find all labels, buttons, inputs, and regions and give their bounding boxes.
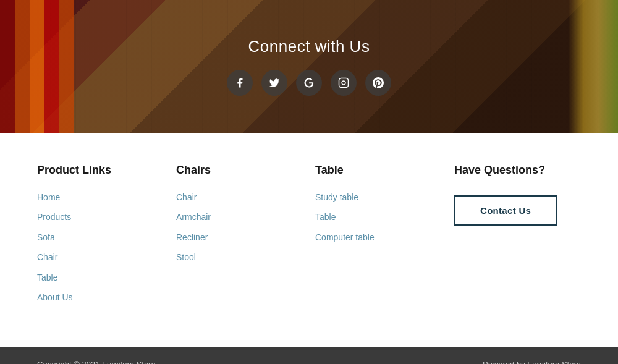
facebook-icon[interactable] <box>227 70 253 96</box>
table-list: Study table Table Computer table <box>315 190 442 244</box>
recliner-link[interactable]: Recliner <box>176 232 208 242</box>
chairs-title: Chairs <box>176 164 303 177</box>
questions-column: Have Questions? Contact Us <box>454 164 581 310</box>
pinterest-icon[interactable] <box>365 70 391 96</box>
chair-link[interactable]: Chair <box>37 252 57 262</box>
bottom-bar: Copyright © 2021 Furniture Store Powered… <box>0 347 618 364</box>
products-link[interactable]: Products <box>37 212 71 222</box>
connect-title: Connect with Us <box>248 37 370 56</box>
list-item: Products <box>37 210 164 224</box>
product-links-list: Home Products Sofa Chair Table About Us <box>37 190 164 304</box>
hero-content: Connect with Us <box>227 37 391 96</box>
hero-section: Connect with Us <box>0 0 618 133</box>
list-item: Home <box>37 190 164 204</box>
questions-title: Have Questions? <box>454 164 581 177</box>
powered-by-text: Powered by Furniture Store <box>483 360 581 364</box>
list-item: Table <box>315 210 442 224</box>
about-us-link[interactable]: About Us <box>37 292 73 302</box>
product-links-column: Product Links Home Products Sofa Chair T… <box>37 164 164 310</box>
twitter-icon[interactable] <box>261 70 287 96</box>
armchair-link[interactable]: Armchair <box>176 212 211 222</box>
social-icons-row <box>227 70 391 96</box>
sofa-link[interactable]: Sofa <box>37 232 55 242</box>
list-item: Chair <box>176 190 303 204</box>
table-title: Table <box>315 164 442 177</box>
list-item: Recliner <box>176 231 303 244</box>
footer-links-section: Product Links Home Products Sofa Chair T… <box>0 133 618 347</box>
product-links-title: Product Links <box>37 164 164 177</box>
copyright-text: Copyright © 2021 Furniture Store <box>37 360 156 364</box>
hero-chairs-decoration <box>0 0 74 133</box>
list-item: Study table <box>315 190 442 204</box>
chair-item-link[interactable]: Chair <box>176 192 197 202</box>
home-link[interactable]: Home <box>37 192 60 202</box>
chairs-list: Chair Armchair Recliner Stool <box>176 190 303 265</box>
google-icon[interactable] <box>296 70 322 96</box>
list-item: Sofa <box>37 231 164 244</box>
list-item: About Us <box>37 290 164 304</box>
table-item-link[interactable]: Table <box>315 212 336 222</box>
list-item: Chair <box>37 250 164 264</box>
contact-us-button[interactable]: Contact Us <box>454 195 557 226</box>
hero-right-decoration <box>569 0 618 133</box>
list-item: Table <box>37 271 164 284</box>
chairs-column: Chairs Chair Armchair Recliner Stool <box>176 164 303 310</box>
study-table-link[interactable]: Study table <box>315 192 358 202</box>
table-link[interactable]: Table <box>37 273 57 282</box>
list-item: Armchair <box>176 210 303 224</box>
instagram-icon[interactable] <box>331 70 357 96</box>
stool-link[interactable]: Stool <box>176 252 196 262</box>
svg-rect-0 <box>339 78 349 88</box>
table-column: Table Study table Table Computer table <box>315 164 442 310</box>
list-item: Stool <box>176 250 303 264</box>
list-item: Computer table <box>315 231 442 244</box>
computer-table-link[interactable]: Computer table <box>315 232 375 242</box>
